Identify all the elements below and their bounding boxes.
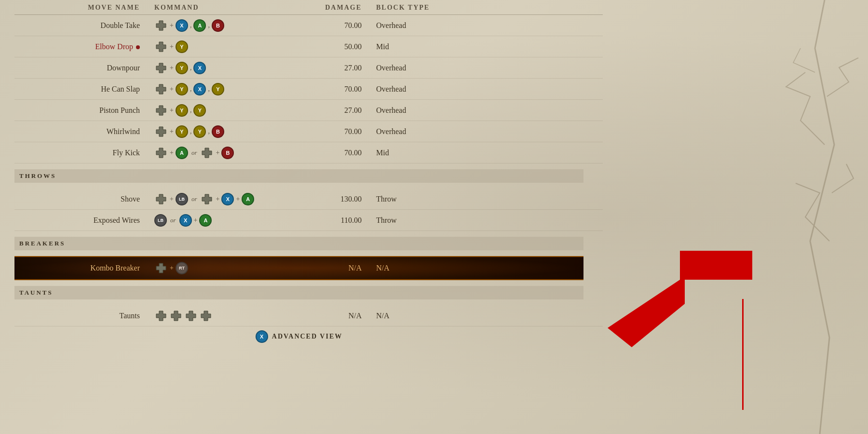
button-icon-y: Y [176, 62, 188, 74]
button-icon-lb: LB [176, 193, 188, 205]
move-command: +Y,X,Y [149, 82, 304, 96]
move-block-type: Throw [371, 216, 468, 225]
breakers-label: BREAKERS [14, 237, 583, 250]
table-row: Downpour+Y,X27.00Overhead [14, 57, 603, 79]
plus-separator: + [170, 64, 174, 72]
button-icon-y: Y [212, 83, 224, 95]
button-icon-b: B [212, 125, 224, 138]
move-damage: 50.00 [304, 42, 371, 51]
table-row: Fly Kick+Aor+B70.00Mid [14, 142, 603, 163]
button-icon-y: Y [193, 125, 206, 138]
or-text: or [191, 195, 197, 203]
plus-separator: + [170, 43, 174, 51]
move-block-type: Overhead [371, 64, 468, 72]
or-text: or [170, 217, 176, 224]
button-icon-a: A [242, 193, 254, 205]
kombo-breaker-row: Kombo Breaker +RT N/A N/A [14, 256, 583, 280]
taunt-rows-container: TauntsN/AN/A [14, 305, 603, 326]
button-icon-x: X [193, 62, 206, 74]
comma-separator: , [190, 85, 192, 93]
throws-label: THROWS [14, 169, 583, 183]
move-command: +LBor+X+A [149, 192, 304, 206]
kombo-breaker-block: N/A [371, 264, 468, 272]
plus-separator: + [170, 149, 174, 157]
header-command: KOMMAND [149, 4, 304, 12]
table-row: Piston Punch+Y,Y27.00Overhead [14, 100, 603, 121]
move-block-type: N/A [371, 312, 468, 320]
table-row: Elbow Drop+Y50.00Mid [14, 36, 603, 57]
section-taunts: TAUNTS [14, 282, 603, 303]
tree-decoration [723, 0, 868, 434]
comma-separator: , [208, 22, 210, 29]
move-name: Piston Punch [14, 106, 149, 115]
advanced-view-section[interactable]: X ADVANCED VIEW [14, 326, 583, 347]
move-block-type: Mid [371, 149, 468, 157]
section-throws: THROWS [14, 165, 603, 187]
plus-separator: + [170, 107, 174, 114]
move-name: Exposed Wires [14, 216, 149, 225]
button-icon-x: X [176, 19, 188, 32]
plus-separator: + [170, 195, 174, 203]
advanced-view-label[interactable]: ADVANCED VIEW [272, 333, 342, 340]
move-command: +X,A,B [149, 19, 304, 32]
move-damage: 130.00 [304, 195, 371, 203]
plus-separator: + [170, 22, 174, 29]
svg-marker-0 [608, 251, 752, 347]
move-list-content: MOVE NAME KOMMAND DAMAGE BLOCK TYPE Doub… [14, 0, 603, 434]
table-row: He Can Slap+Y,X,Y70.00Overhead [14, 79, 603, 100]
move-damage: 70.00 [304, 127, 371, 136]
button-icon-x: X [179, 214, 192, 227]
header-block-type: BLOCK TYPE [371, 4, 468, 12]
plus-separator: + [236, 195, 240, 203]
move-name: Double Take [14, 21, 149, 30]
table-header: MOVE NAME KOMMAND DAMAGE BLOCK TYPE [14, 0, 603, 15]
move-damage: 27.00 [304, 106, 371, 115]
active-indicator [136, 45, 140, 49]
button-icon-b: B [221, 147, 234, 159]
taunts-label: TAUNTS [14, 286, 583, 299]
comma-separator: , [190, 107, 192, 114]
plus-separator: + [170, 128, 174, 136]
advanced-view-button-icon[interactable]: X [256, 330, 268, 343]
move-name: Taunts [14, 312, 149, 320]
table-row: Exposed WiresLBorX+A110.00Throw [14, 210, 603, 231]
kombo-breaker-command: +RT [149, 261, 304, 275]
plus-separator: + [216, 195, 219, 203]
plus-separator: + [194, 217, 198, 224]
move-damage: 110.00 [304, 216, 371, 225]
table-row: Double Take+X,A,B70.00Overhead [14, 15, 603, 36]
move-block-type: Overhead [371, 106, 468, 115]
plus-separator: + [170, 85, 174, 93]
move-name: He Can Slap [14, 85, 149, 94]
move-command: +Y [149, 40, 304, 54]
move-damage: N/A [304, 312, 371, 320]
move-block-type: Overhead [371, 127, 468, 136]
move-command: +Y,Y,B [149, 125, 304, 138]
red-arrow [608, 251, 752, 347]
comma-separator: , [190, 128, 192, 136]
move-name: Downpour [14, 64, 149, 72]
table-row: TauntsN/AN/A [14, 305, 603, 326]
section-breakers: BREAKERS [14, 233, 603, 254]
move-damage: 70.00 [304, 21, 371, 30]
button-icon-lb: LB [154, 214, 167, 227]
move-command [149, 309, 304, 323]
table-row: Whirlwind+Y,Y,B70.00Overhead [14, 121, 603, 142]
button-icon-a: A [176, 147, 188, 159]
or-text: or [191, 149, 197, 157]
move-name: Shove [14, 195, 149, 203]
red-line [742, 299, 744, 410]
move-name: Elbow Drop [14, 42, 149, 51]
button-icon-b: B [212, 19, 224, 32]
button-icon-x: X [193, 83, 206, 95]
button-icon-y: Y [176, 83, 188, 95]
table-row: Shove+LBor+X+A130.00Throw [14, 189, 603, 210]
move-block-type: Overhead [371, 85, 468, 94]
button-icon-a: A [193, 19, 206, 32]
move-damage: 70.00 [304, 85, 371, 94]
kombo-breaker-damage: N/A [304, 264, 371, 272]
button-icon-y: Y [176, 125, 188, 138]
button-icon-x: X [221, 193, 234, 205]
move-block-type: Throw [371, 195, 468, 203]
button-icon-y: Y [193, 104, 206, 117]
